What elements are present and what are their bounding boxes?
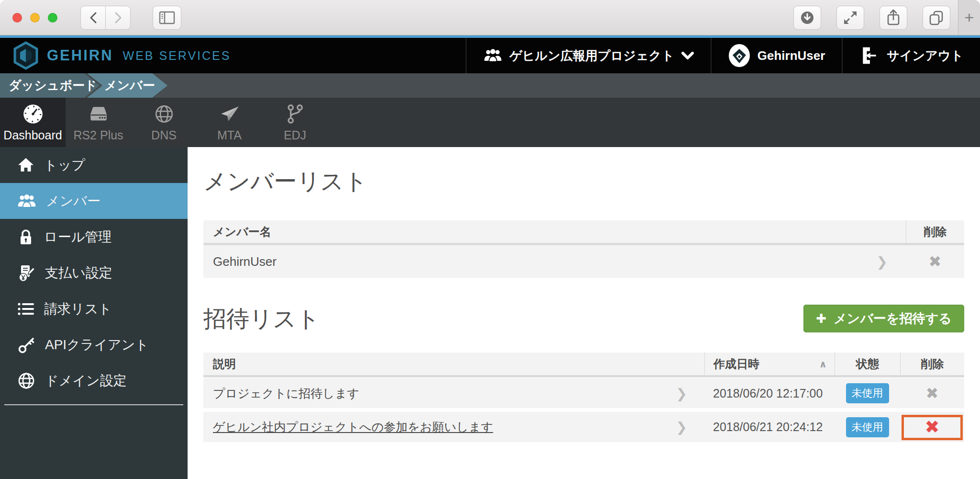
- history-nav: [80, 6, 131, 30]
- invite-created-at: 2018/06/20 12:17:00: [704, 387, 835, 400]
- gauge-icon: [22, 103, 44, 125]
- sidebar-item-api-clients[interactable]: APIクライアント: [0, 327, 188, 363]
- fullscreen-button[interactable]: [836, 6, 864, 30]
- user-avatar: [728, 44, 750, 68]
- invite-list-title: 招待リスト: [203, 306, 320, 332]
- globe-icon: [153, 103, 175, 125]
- invite-table: 説明 作成日時 ∧ 状態 削除 プロジェクトに招待します ❯ 2018/06/2…: [203, 353, 964, 442]
- invite-row: ゲヒルン社内プロジェクトへの参加をお願いします ❯ 2018/06/21 20:…: [203, 412, 964, 442]
- people-icon: [483, 48, 502, 63]
- tabs-icon: [928, 9, 945, 26]
- invite-row: プロジェクトに招待します ❯ 2018/06/20 12:17:00 未使用 ✖: [203, 378, 964, 408]
- service-tab-dashboard[interactable]: Dashboard: [0, 98, 66, 147]
- column-created-at[interactable]: 作成日時 ∧: [704, 353, 835, 375]
- downloads-button[interactable]: [793, 6, 821, 30]
- sort-asc-icon: ∧: [819, 358, 827, 370]
- invite-table-header: 説明 作成日時 ∧ 状態 削除: [203, 353, 964, 377]
- sidebar-item-top[interactable]: トップ: [0, 147, 188, 183]
- column-member-name: メンバー名: [203, 220, 906, 243]
- signout-icon: [859, 45, 880, 66]
- delete-invite-button[interactable]: ✖: [926, 386, 939, 401]
- chevron-right-icon: [113, 11, 123, 24]
- sidebar-item-payment[interactable]: 支払い設定: [0, 255, 188, 291]
- domain-globe-icon: [17, 372, 35, 390]
- member-list-title: メンバーリスト: [203, 168, 964, 194]
- member-name: GehirnUser: [213, 254, 277, 269]
- key-icon: [17, 336, 35, 354]
- service-tab-dns[interactable]: DNS: [131, 98, 197, 147]
- sidebar-item-roles[interactable]: ロール管理: [0, 219, 188, 255]
- row-detail-chevron-icon[interactable]: ❯: [676, 386, 687, 401]
- back-button[interactable]: [80, 6, 106, 30]
- row-detail-chevron-icon[interactable]: ❯: [877, 254, 888, 270]
- status-badge: 未使用: [846, 417, 889, 437]
- list-icon: [17, 301, 34, 317]
- home-icon: [17, 157, 34, 174]
- zoom-window-button[interactable]: [48, 13, 57, 23]
- app-header: GEHIRN WEB SERVICES ゲヒルン広報用プロジェクト: [0, 38, 980, 73]
- invite-created-at: 2018/06/21 20:24:12: [704, 420, 835, 434]
- download-icon: [800, 11, 814, 25]
- close-window-button[interactable]: [12, 13, 22, 23]
- fullscreen-icon: [842, 10, 858, 26]
- brand-suffix: WEB SERVICES: [123, 49, 231, 63]
- service-tabs: Dashboard RS2 Plus DNS: [0, 98, 980, 147]
- branch-icon: [284, 103, 306, 125]
- share-button[interactable]: [880, 6, 907, 30]
- user-name: GehirnUser: [757, 48, 825, 63]
- gehirn-logo: [12, 41, 39, 70]
- column-status: 状態: [835, 353, 900, 375]
- member-table: メンバー名 削除 GehirnUser ❯ ✖: [203, 220, 964, 278]
- sidebar-item-members[interactable]: メンバー: [0, 183, 188, 219]
- delete-invite-button[interactable]: ✖: [924, 418, 939, 436]
- sidebar: トップ メンバー ロール管理: [0, 147, 188, 479]
- breadcrumb: メンバー ダッシュボード: [0, 73, 980, 98]
- status-badge: 未使用: [846, 383, 889, 403]
- chevron-down-icon: [681, 52, 694, 60]
- delete-member-button[interactable]: ✖: [929, 254, 942, 269]
- paper-plane-icon: [219, 103, 241, 125]
- column-delete: 削除: [900, 353, 964, 375]
- invite-description-link[interactable]: ゲヒルン社内プロジェクトへの参加をお願いします: [213, 419, 493, 435]
- sidebar-item-billing[interactable]: 請求リスト: [0, 291, 188, 327]
- service-tab-mta[interactable]: MTA: [197, 98, 262, 147]
- user-menu[interactable]: GehirnUser: [711, 38, 842, 73]
- sidebar-divider: [4, 404, 183, 405]
- tab-overview-button[interactable]: [923, 6, 950, 30]
- minimize-window-button[interactable]: [30, 13, 40, 23]
- app-header-right: ゲヒルン広報用プロジェクト GehirnUser: [466, 38, 980, 73]
- sidebar-item-domains[interactable]: ドメイン設定: [0, 363, 188, 399]
- row-detail-chevron-icon[interactable]: ❯: [676, 419, 687, 435]
- invite-description: プロジェクトに招待します: [213, 386, 359, 401]
- column-description: 説明: [203, 353, 704, 375]
- new-tab-button[interactable]: +: [958, 0, 980, 35]
- brand-name: GEHIRN: [47, 47, 113, 64]
- plus-icon: ✚: [816, 311, 826, 326]
- lock-icon: [17, 228, 34, 246]
- chrome-actions: [793, 6, 950, 30]
- browser-chrome: +: [0, 0, 980, 35]
- traffic-lights: [12, 13, 57, 23]
- breadcrumb-label: メンバー: [104, 77, 155, 94]
- service-tab-rs2plus[interactable]: RS2 Plus: [66, 98, 131, 147]
- invite-member-button[interactable]: ✚ メンバーを招待する: [803, 305, 964, 332]
- signout-label: サインアウト: [887, 47, 963, 64]
- main-content: メンバーリスト メンバー名 削除 GehirnUser ❯ ✖ 招: [188, 147, 980, 479]
- browser-window: + GEHIRN WEB SERVICES ゲヒルン広報用プロジェクト: [0, 0, 980, 479]
- members-icon: [17, 194, 36, 209]
- column-delete: 削除: [906, 220, 964, 243]
- forward-button[interactable]: [105, 6, 131, 30]
- signout-button[interactable]: サインアウト: [842, 38, 980, 73]
- sidebar-toggle-button[interactable]: [153, 6, 181, 30]
- plus-icon: +: [965, 8, 974, 27]
- member-row: GehirnUser ❯ ✖: [203, 245, 964, 278]
- brand: GEHIRN WEB SERVICES: [0, 38, 231, 73]
- member-table-header: メンバー名 削除: [203, 220, 964, 245]
- service-tab-edj[interactable]: EDJ: [262, 98, 328, 147]
- breadcrumb-dashboard[interactable]: ダッシュボード: [0, 73, 100, 98]
- share-icon: [885, 9, 902, 27]
- chevron-left-icon: [89, 11, 98, 24]
- project-switcher[interactable]: ゲヒルン広報用プロジェクト: [466, 38, 711, 73]
- sidebar-panel-icon: [159, 11, 175, 24]
- payment-icon: [17, 264, 35, 282]
